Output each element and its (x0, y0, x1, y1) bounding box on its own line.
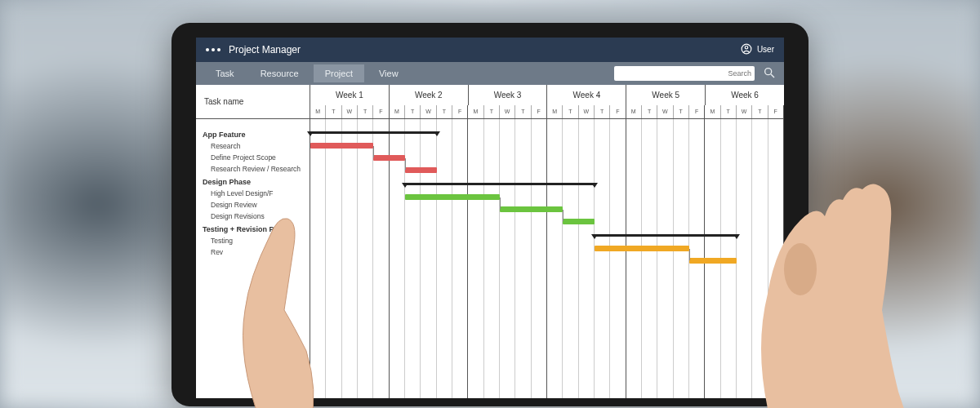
timeline-header: Week 1Week 2Week 3Week 4Week 5Week 6 MTW… (310, 85, 784, 119)
dependency-link (563, 210, 564, 221)
dependency-link (405, 158, 406, 170)
day-header: W (421, 105, 436, 118)
task-name-header: Task name (196, 85, 310, 119)
task-item[interactable]: Research (196, 140, 310, 152)
day-header: T (721, 105, 737, 118)
day-header: F (373, 105, 389, 118)
day-header: T (752, 105, 768, 118)
task-bar[interactable] (405, 167, 437, 173)
tablet-frame: Project Manager User Task Resource Proje… (172, 23, 808, 406)
day-header: T (563, 105, 578, 118)
menu-dots-icon[interactable] (206, 48, 220, 51)
task-list: App Feature Research Define Project Scop… (196, 119, 310, 258)
tab-resource[interactable]: Resource (249, 64, 310, 82)
day-header: T (642, 105, 657, 118)
task-item[interactable]: Testing (196, 235, 310, 246)
week-header: Week 2 (390, 85, 469, 105)
task-bar[interactable] (500, 206, 563, 212)
week-header: Week 6 (706, 85, 784, 105)
day-header: F (689, 105, 705, 118)
day-header: M (390, 105, 405, 118)
task-bar[interactable] (563, 219, 595, 224)
task-item[interactable]: Define Project Scope (196, 152, 310, 163)
summary-bar[interactable] (405, 183, 595, 185)
task-item[interactable]: Design Review (196, 199, 310, 211)
day-header: T (358, 105, 373, 118)
summary-bar[interactable] (595, 234, 737, 237)
search-icon[interactable] (763, 66, 776, 81)
day-header: F (610, 105, 626, 118)
task-name-column: Task name App Feature Research Define Pr… (196, 85, 310, 398)
task-bar[interactable] (405, 194, 500, 200)
search-box[interactable] (614, 66, 755, 81)
app-title: Project Manager (229, 44, 301, 55)
search-input[interactable] (621, 69, 751, 78)
week-header: Week 5 (626, 85, 706, 105)
svg-point-2 (765, 68, 772, 74)
day-header: W (342, 105, 358, 118)
timeline-column: Week 1Week 2Week 3Week 4Week 5Week 6 MTW… (310, 85, 784, 398)
dependency-link (500, 197, 501, 209)
task-item[interactable]: Rev (196, 246, 310, 258)
task-item[interactable]: High Level Design/F (196, 188, 310, 199)
day-header: F (532, 105, 547, 118)
dependency-link (373, 146, 374, 157)
svg-point-1 (745, 46, 748, 49)
gantt-grid[interactable] (310, 119, 784, 398)
tab-project[interactable]: Project (314, 64, 364, 82)
user-label: User (757, 45, 774, 54)
day-header: M (547, 105, 563, 118)
tab-bar: Task Resource Project View (196, 62, 784, 85)
day-header: W (657, 105, 673, 118)
task-bar[interactable] (689, 258, 737, 264)
svg-line-3 (771, 74, 774, 78)
day-header: T (515, 105, 531, 118)
task-item[interactable]: Research Review / Research (196, 163, 310, 175)
task-bar[interactable] (595, 246, 689, 251)
gantt-chart: Task name App Feature Research Define Pr… (196, 85, 784, 398)
day-header: M (626, 105, 642, 118)
day-header: F (768, 105, 784, 118)
group-testing-phase[interactable]: Testing + Revision Phase (196, 222, 310, 235)
day-header: T (595, 105, 610, 118)
day-header: M (468, 105, 483, 118)
week-header: Week 4 (547, 85, 626, 105)
day-header: W (579, 105, 595, 118)
week-header: Week 1 (310, 85, 390, 105)
app-screen: Project Manager User Task Resource Proje… (196, 38, 784, 398)
user-icon (741, 43, 752, 56)
title-bar: Project Manager User (196, 38, 784, 62)
day-header: F (452, 105, 468, 118)
day-header: M (310, 105, 326, 118)
user-menu[interactable]: User (741, 43, 774, 56)
dependency-link (689, 249, 690, 260)
day-header: M (705, 105, 720, 118)
week-header: Week 3 (469, 85, 548, 105)
summary-bar[interactable] (310, 131, 437, 134)
task-item[interactable]: Design Revisions (196, 211, 310, 222)
day-header: T (484, 105, 500, 118)
day-header: W (500, 105, 515, 118)
day-header: T (326, 105, 341, 118)
task-bar[interactable] (310, 143, 373, 149)
group-app-feature[interactable]: App Feature (196, 127, 310, 140)
day-header: W (737, 105, 752, 118)
group-design-phase[interactable]: Design Phase (196, 175, 310, 188)
day-header: T (405, 105, 421, 118)
day-header: T (674, 105, 689, 118)
day-header: T (437, 105, 452, 118)
tab-view[interactable]: View (368, 64, 410, 82)
tab-task[interactable]: Task (204, 64, 246, 82)
task-bar[interactable] (373, 155, 405, 161)
